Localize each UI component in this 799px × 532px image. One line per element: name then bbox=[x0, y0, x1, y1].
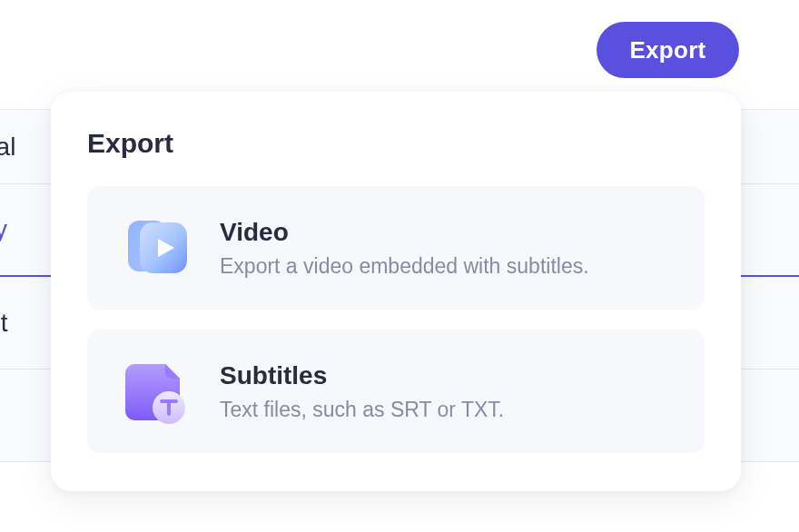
option-text: Subtitles Text files, such as SRT or TXT… bbox=[220, 361, 504, 422]
export-button-label: Export bbox=[629, 36, 705, 64]
option-title: Video bbox=[220, 218, 589, 247]
export-option-video[interactable]: Video Export a video embedded with subti… bbox=[87, 186, 705, 310]
panel-title: Export bbox=[87, 128, 705, 159]
video-play-icon bbox=[120, 212, 192, 284]
option-description: Text files, such as SRT or TXT. bbox=[220, 398, 504, 422]
option-description: Export a video embedded with subtitles. bbox=[220, 254, 589, 279]
export-option-subtitles[interactable]: Subtitles Text files, such as SRT or TXT… bbox=[87, 330, 705, 453]
text-file-icon bbox=[120, 355, 192, 428]
option-text: Video Export a video embedded with subti… bbox=[220, 218, 589, 279]
export-panel: Export bbox=[51, 92, 741, 491]
option-title: Subtitles bbox=[220, 361, 504, 390]
export-button[interactable]: Export bbox=[597, 22, 739, 78]
